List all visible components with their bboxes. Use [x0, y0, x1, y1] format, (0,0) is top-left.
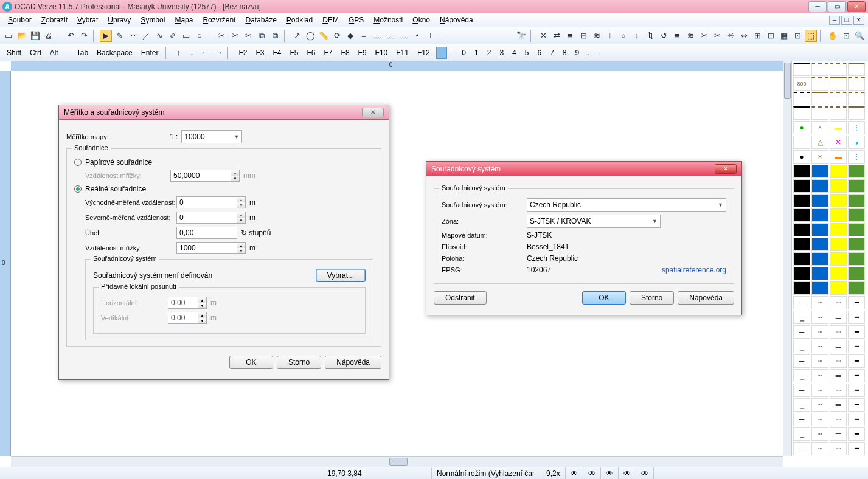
rect-tool-icon[interactable]: ▭: [180, 30, 192, 42]
key-alt[interactable]: Alt: [46, 47, 62, 59]
north-input[interactable]: [176, 212, 237, 224]
spinner[interactable]: ▲▼: [237, 196, 246, 208]
menu-mapa[interactable]: Mapa: [170, 15, 197, 26]
menu-rozvržení[interactable]: Rozvržení: [198, 15, 240, 26]
symbol-37[interactable]: [811, 194, 828, 207]
pan-icon[interactable]: ✋: [827, 30, 839, 42]
symbol-0[interactable]: [793, 63, 810, 76]
symbol-99[interactable]: ━: [848, 413, 865, 426]
grid-dist-real-input[interactable]: [176, 242, 237, 254]
status-eye4-icon[interactable]: 👁: [619, 467, 636, 479]
symbol-64[interactable]: ─: [793, 296, 810, 309]
key-5[interactable]: 5: [521, 47, 533, 59]
maximize-button[interactable]: ▭: [828, 1, 846, 12]
symbol-15[interactable]: [848, 106, 865, 120]
symbol-58[interactable]: [830, 267, 847, 280]
key-2[interactable]: 2: [484, 47, 495, 59]
symbol-82[interactable]: ┈: [830, 354, 847, 368]
key-enter[interactable]: Enter: [137, 47, 162, 59]
op6-icon[interactable]: ⫴: [604, 30, 616, 42]
key-f10[interactable]: F10: [372, 47, 392, 59]
text-icon[interactable]: T: [425, 30, 437, 42]
symbol-8[interactable]: [793, 92, 810, 105]
symbol-46[interactable]: [830, 223, 847, 236]
op19-icon[interactable]: ▦: [778, 30, 790, 42]
close-button[interactable]: ✕: [847, 1, 866, 12]
spinner[interactable]: ▲▼: [237, 242, 246, 254]
symbol-96[interactable]: ─: [793, 413, 810, 426]
select-tool-icon[interactable]: ▶: [100, 30, 112, 42]
symbol-52[interactable]: [793, 252, 810, 266]
symbol-scrollbar[interactable]: [783, 61, 791, 456]
symbol-76[interactable]: ⎯: [793, 340, 810, 353]
select-crs-button[interactable]: Vybrat...: [316, 269, 366, 282]
mdi-minimize[interactable]: ─: [829, 16, 840, 25]
undo-icon[interactable]: ↶: [64, 30, 77, 42]
op14-icon[interactable]: ✂: [711, 30, 723, 42]
symbol-48[interactable]: [793, 238, 810, 251]
op18-icon[interactable]: ⊡: [765, 30, 777, 42]
symbol-47[interactable]: [848, 223, 865, 236]
curve-tool-icon[interactable]: 〰: [127, 30, 139, 42]
key-1[interactable]: 1: [471, 47, 482, 59]
print-icon[interactable]: 🖨: [43, 30, 55, 42]
dialog2-close-button[interactable]: ✕: [715, 164, 737, 174]
scale-select[interactable]: 10000▼: [181, 130, 242, 143]
key-f5[interactable]: F5: [286, 47, 302, 59]
symbol-32[interactable]: [793, 179, 810, 193]
menu-nápověda[interactable]: Nápověda: [436, 15, 477, 26]
angle-input[interactable]: [176, 227, 237, 239]
op16-icon[interactable]: ⇔: [738, 30, 750, 42]
new-icon[interactable]: ▭: [2, 30, 15, 42]
key-f4[interactable]: F4: [269, 47, 285, 59]
symbol-87[interactable]: ━: [848, 369, 865, 382]
merge-icon[interactable]: ⧉: [269, 30, 281, 42]
symbol-16[interactable]: ●: [793, 121, 810, 134]
symbol-84[interactable]: ⎯: [793, 369, 810, 382]
symbol-13[interactable]: [811, 106, 828, 120]
symbol-12[interactable]: [793, 106, 810, 120]
symbol-21[interactable]: △: [811, 136, 828, 149]
symbol-30[interactable]: [830, 165, 847, 178]
key-9[interactable]: 9: [572, 47, 583, 59]
key-tab[interactable]: Tab: [73, 47, 92, 59]
symbol-66[interactable]: ┈: [830, 296, 847, 309]
join-icon[interactable]: ⧉: [255, 30, 268, 42]
symbol-100[interactable]: ⎯: [793, 427, 810, 441]
spatialreference-link[interactable]: spatialreference.org: [662, 266, 726, 274]
menu-databáze[interactable]: Databáze: [241, 15, 280, 26]
symbol-18[interactable]: ▬: [830, 121, 847, 134]
symbol-45[interactable]: [811, 223, 828, 236]
dlg2-ok-button[interactable]: OK: [582, 291, 626, 305]
symbol-62[interactable]: [830, 281, 847, 295]
fkey-toggle[interactable]: [436, 47, 448, 59]
symbol-35[interactable]: [848, 179, 865, 193]
paper-coords-radio[interactable]: [74, 159, 82, 166]
key-f3[interactable]: F3: [252, 47, 268, 59]
symbol-50[interactable]: [830, 238, 847, 251]
symbol-51[interactable]: [848, 238, 865, 251]
zoom-icon[interactable]: 🔍: [853, 30, 866, 42]
symbol-5[interactable]: [811, 77, 828, 91]
symbol-54[interactable]: [830, 252, 847, 266]
op15-icon[interactable]: ✳: [724, 30, 737, 42]
status-eye3-icon[interactable]: 👁: [601, 467, 619, 479]
menu-možnosti[interactable]: Možnosti: [369, 15, 407, 26]
symbol-77[interactable]: ╌: [811, 340, 828, 353]
symbol-43[interactable]: [848, 208, 865, 222]
key-f7[interactable]: F7: [321, 47, 336, 59]
symbol-78[interactable]: ═: [830, 340, 847, 353]
symbol-61[interactable]: [811, 281, 828, 295]
symbol-79[interactable]: ━: [848, 340, 865, 353]
symbol-92[interactable]: ⎯: [793, 398, 810, 412]
symbol-29[interactable]: [811, 165, 828, 178]
stairs-icon[interactable]: ⫠: [358, 30, 370, 42]
dlg2-help-button[interactable]: Nápověda: [678, 291, 734, 305]
fill-icon[interactable]: ◆: [344, 30, 356, 42]
menu-gps[interactable]: GPS: [344, 15, 368, 26]
symbol-71[interactable]: ━: [848, 311, 865, 324]
arrow-left-icon[interactable]: ←: [199, 47, 211, 59]
line-tool-icon[interactable]: ／: [140, 30, 152, 42]
symbol-63[interactable]: [848, 281, 865, 295]
snap-icon[interactable]: ⬚: [805, 30, 817, 42]
